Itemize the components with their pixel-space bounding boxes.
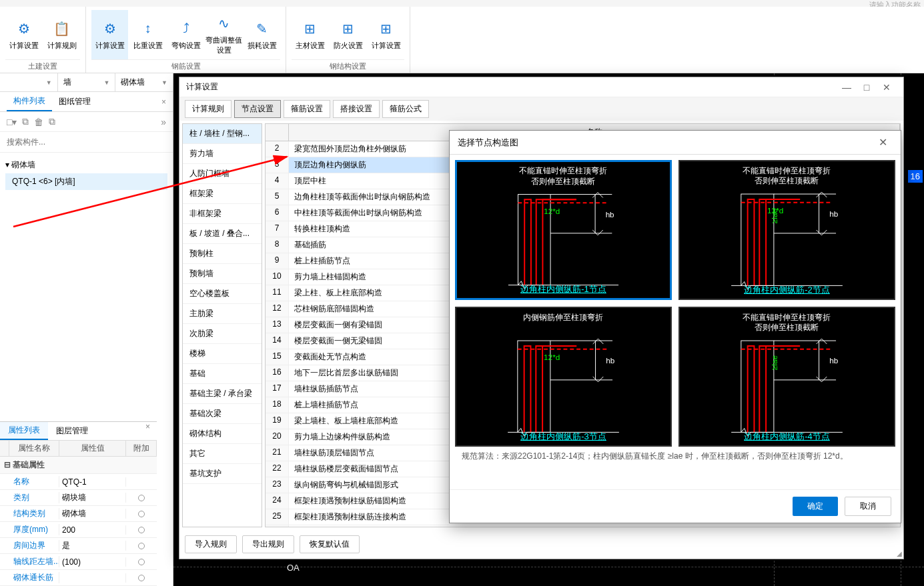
settings-tab-3[interactable]: 搭接设置 [333,100,380,118]
settings-tab-4[interactable]: 箍筋公式 [382,100,429,118]
tree-root[interactable]: ▾ 砌体墙 [5,158,167,172]
category-item[interactable]: 基坑支护 [183,464,262,484]
category-item[interactable]: 基础次梁 [183,404,262,424]
delete-icon[interactable]: 🗑 [34,117,43,127]
prop-value-input[interactable] [62,493,125,503]
radio-icon[interactable] [138,559,145,565]
category-item[interactable]: 次肋梁 [183,324,262,344]
category-dropdown-0[interactable]: ▼ [0,73,58,91]
diagram-option-3[interactable]: 内侧钢筋伸至柱顶弯折 12*d hb 边角柱内侧纵筋-3节点 [455,307,672,447]
ribbon-损耗设置[interactable]: ✎损耗设置 [244,10,280,59]
close-icon[interactable]: × [155,97,173,107]
category-item[interactable]: 砌体结构 [183,424,262,444]
svg-text:12*d: 12*d [544,207,560,215]
ribbon-icon: ↕ [139,19,157,38]
category-item[interactable]: 人防门框墙 [183,164,262,184]
prop-value-input[interactable] [62,509,125,519]
prop-value-input[interactable] [62,525,125,535]
maximize-icon[interactable]: □ [857,82,877,93]
paste-icon[interactable]: ⧉ [49,116,55,127]
prop-row[interactable]: 房间边界 [0,538,157,554]
category-item[interactable]: 预制柱 [183,244,262,264]
prop-row[interactable]: 结构类别 [0,506,157,522]
settings-tab-1[interactable]: 节点设置 [234,100,281,118]
ribbon-防火设置[interactable]: ⊞防火设置 [330,10,366,59]
tab-component-list[interactable]: 构件列表 [7,92,52,111]
reset-defaults-button[interactable]: 恢复默认值 [300,535,360,553]
category-item[interactable]: 空心楼盖板 [183,284,262,304]
ribbon-icon: ✎ [253,19,272,38]
close-icon[interactable]: ✕ [873,136,893,149]
category-list: 柱 / 墙柱 / 型钢...剪力墙人防门框墙框架梁非框架梁板 / 坡道 / 叠合… [182,123,262,527]
prop-row[interactable]: 名称 [0,474,157,490]
diagram-option-1[interactable]: 不能直锚时伸至柱顶弯折 否则伸至柱顶截断 12*d hb 边角柱内侧纵筋-1节点 [455,160,672,300]
props-section[interactable]: ⊟ 基础属性 [0,457,157,474]
export-rules-button[interactable]: 导出规则 [242,535,294,553]
category-item[interactable]: 预制墙 [183,264,262,284]
ribbon-计算规则[interactable]: 📋计算规则 [43,10,80,59]
category-dropdown-2[interactable]: 砌体墙▼ [115,73,173,91]
svg-text:否则伸至柱顶截断: 否则伸至柱顶截断 [755,323,819,331]
ribbon-计算设置[interactable]: ⚙计算设置 [5,10,42,59]
category-item[interactable]: 板 / 坡道 / 叠合... [183,224,262,244]
collapse-icon[interactable]: » [161,117,166,127]
svg-text:hb: hb [606,210,614,219]
radio-icon[interactable] [138,543,145,549]
diagram-option-4[interactable]: 不能直锚时伸至柱顶弯折 否则伸至柱顶截断 ≥lae hb 边角柱内侧纵筋-4节点 [678,307,895,447]
diagram-caption: 边角柱内侧纵筋-1节点 [457,283,670,295]
prop-value-input[interactable] [62,541,125,551]
svg-text:hb: hb [829,209,839,218]
prop-row[interactable]: 轴线距左墙... [0,554,157,570]
radio-icon[interactable] [138,511,145,517]
radio-icon[interactable] [138,527,145,533]
ribbon-弯钩设置[interactable]: ⤴弯钩设置 [167,10,204,59]
search-input[interactable] [3,135,170,149]
prop-value-input[interactable] [62,477,125,487]
category-item[interactable]: 主肋梁 [183,304,262,324]
radio-icon[interactable] [138,575,145,581]
import-rules-button[interactable]: 导入规则 [185,535,237,553]
category-item[interactable]: 其它 [183,444,262,464]
ribbon-icon: ⚙ [101,19,119,38]
cancel-button[interactable]: 取消 [845,497,891,516]
copy-icon[interactable]: ⧉ [22,116,29,127]
prop-row[interactable]: 砌体通长筋 [0,570,157,586]
rule-row[interactable]: 26框架柱底遇预制柱纵筋连接构造 [266,525,900,527]
prop-row[interactable]: 类别 [0,490,157,506]
close-icon[interactable]: ✕ [877,82,897,93]
prop-value-input[interactable] [62,573,125,583]
svg-text:否则伸至柱顶截断: 否则伸至柱顶截断 [532,177,596,185]
ribbon-group-label: 钢结构设置 [292,59,404,71]
new-icon[interactable]: □▾ [7,117,17,127]
diagram-option-2[interactable]: 不能直锚时伸至柱顶弯折 否则伸至柱顶截断 12*d ≥lae hb 边角柱内侧纵… [678,160,895,300]
category-item[interactable]: 基础主梁 / 承台梁 [183,384,262,404]
prop-value-input[interactable] [62,557,125,567]
resize-handle[interactable]: ◢ [897,550,902,557]
category-item[interactable]: 基础 [183,364,262,384]
svg-text:否则伸至柱顶截断: 否则伸至柱顶截断 [755,176,819,185]
ribbon-主材设置[interactable]: ⊞主材设置 [292,10,328,59]
minimize-icon[interactable]: — [837,82,857,93]
ok-button[interactable]: 确定 [793,497,838,516]
tree-leaf-selected[interactable]: QTQ-1 <6> [内墙] [5,173,167,190]
category-item[interactable]: 楼梯 [183,344,262,364]
tab-properties[interactable]: 属性列表 [0,422,48,440]
category-item[interactable]: 框架梁 [183,184,262,204]
radio-icon[interactable] [138,495,145,501]
close-icon[interactable]: × [139,422,157,440]
category-item[interactable]: 柱 / 墙柱 / 型钢... [183,124,262,144]
ribbon-弯曲调整值设置[interactable]: ∿弯曲调整值设置 [205,10,242,59]
ribbon-计算设置[interactable]: ⚙计算设置 [91,10,128,59]
ribbon-计算设置[interactable]: ⊞计算设置 [368,10,404,59]
prop-row[interactable]: 厚度(mm) [0,522,157,538]
tab-drawing-mgmt[interactable]: 图纸管理 [52,92,97,111]
settings-tab-2[interactable]: 箍筋设置 [284,100,330,118]
category-item[interactable]: 非框架梁 [183,204,262,224]
settings-tab-0[interactable]: 计算规则 [185,100,232,118]
svg-text:≥lae: ≥lae [770,355,779,371]
tab-layers[interactable]: 图层管理 [48,422,96,440]
ribbon-比重设置[interactable]: ↕比重设置 [129,10,166,59]
ribbon-icon: 📋 [53,19,71,38]
category-item[interactable]: 剪力墙 [183,144,262,164]
category-dropdown-1[interactable]: 墙▼ [58,73,116,91]
